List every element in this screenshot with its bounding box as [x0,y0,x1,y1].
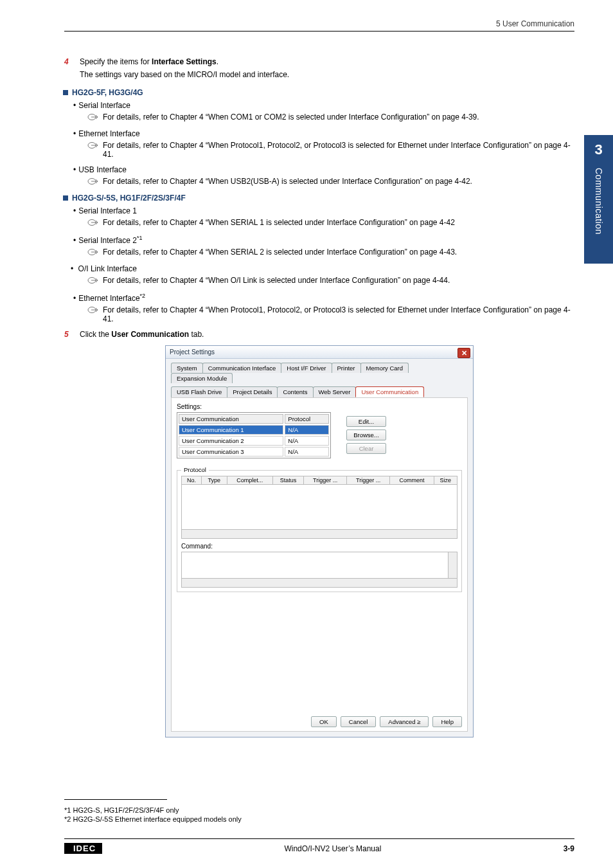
step-4: 4 Specify the items for Interface Settin… [64,57,574,66]
cancel-button[interactable]: Cancel [341,716,377,727]
command-box[interactable] [181,552,458,588]
horizontal-scrollbar[interactable] [181,530,458,539]
tabs-row-2: USB Flash Drive Project Details Contents… [166,383,473,397]
section-b-title: HG2G-S/-5S, HG1F/2F/2S/3F/4F [72,194,186,203]
hand-icon [87,141,99,151]
protocol-table[interactable]: No. Type Complet... Status Trigger ... T… [181,476,458,485]
tab-user-communication[interactable]: User Communication [355,386,424,397]
chapter-label: Communication [594,168,604,235]
edit-button[interactable]: Edit... [346,416,386,427]
table-row[interactable]: User Communication 2 N/A [179,436,329,446]
hand-icon [87,276,99,286]
hand-icon [87,177,99,187]
footnote-rule [64,799,167,800]
proto-col: Complet... [227,476,272,485]
section-a-title: HG2G-5F, HG3G/4G [72,88,143,97]
step-text-bold: User Communication [111,330,189,339]
bullet-serial-interface: •Serial Interface [73,101,574,110]
chapter-side-tab: 3 Communication [584,135,613,264]
ref-text: For details, refer to Chapter 4 “When Pr… [103,141,574,159]
footnote-1: *1 HG2G-S, HG1F/2F/2S/3F/4F only [64,806,242,814]
step-text: Specify the items for Interface Settings… [80,57,574,66]
ref-text: For details, refer to Chapter 4 “When SE… [103,218,455,227]
tab-usb-flash-drive[interactable]: USB Flash Drive [171,386,227,397]
protocol-legend: Protocol [181,466,209,473]
ref-text: For details, refer to Chapter 4 “When SE… [103,248,457,257]
bullet-label: O/I Link Interface [78,264,137,273]
hand-icon [87,219,99,228]
proto-col: Type [202,476,227,485]
advanced-button[interactable]: Advanced ≥ [380,716,429,727]
hand-icon [87,248,99,258]
settings-table[interactable]: User Communication Protocol User Communi… [177,412,331,458]
idec-logo: IDEC [64,843,102,854]
footer-center: WindO/I-NV2 User’s Manual [284,844,381,853]
project-settings-dialog: Project Settings ✕ System Communication … [165,345,474,737]
footnote-sup: *1 [137,235,143,241]
table-row[interactable]: User Communication 3 N/A [179,447,329,457]
bullet-label: Ethernet Interface [78,129,139,138]
tab-contents[interactable]: Contents [277,386,313,397]
section-bullet-icon [63,90,68,95]
proto-col: No. [182,476,202,485]
tab-memory-card[interactable]: Memory Card [360,363,409,373]
step-4-sub: The settings vary based on the MICRO/I m… [80,70,574,79]
footnote-2: *2 HG2G-S/-5S Ethernet interface equippe… [64,815,242,823]
footnotes: *1 HG2G-S, HG1F/2F/2S/3F/4F only *2 HG2G… [64,805,242,823]
tab-project-details[interactable]: Project Details [227,386,278,397]
command-label: Command: [181,543,458,550]
bullet-label: Ethernet Interface [78,294,139,303]
clear-button[interactable]: Clear [346,443,386,454]
step-text-post: . [217,57,218,66]
footer-rule [64,838,574,839]
dialog-body: Settings: User Communication Protocol Us… [171,397,468,732]
browse-button[interactable]: Browse... [346,429,386,440]
dialog-footer-buttons: OK Cancel Advanced ≥ Help [311,716,462,727]
tab-system[interactable]: System [171,363,203,373]
tab-web-server[interactable]: Web Server [313,386,357,397]
dialog-title-text: Project Settings [170,348,215,356]
step-text-post: tab. [189,330,204,339]
tab-host-if-driver[interactable]: Host I/F Driver [281,363,332,373]
bullet-label: USB Interface [78,165,127,174]
close-button[interactable]: ✕ [458,348,470,358]
bullet-usb-interface: •USB Interface [73,165,574,174]
tab-communication-interface[interactable]: Communication Interface [202,363,282,373]
table-row[interactable]: User Communication 1 N/A [179,425,329,435]
ref-text: For details, refer to Chapter 4 “When Pr… [103,305,574,323]
ref-line: For details, refer to Chapter 4 “When CO… [87,113,574,123]
bullet-serial-1: •Serial Interface 1 [73,206,574,215]
cell-uc: User Communication 1 [179,425,283,435]
ref-line: For details, refer to Chapter 4 “When O/… [87,276,574,286]
protocol-group: Protocol No. Type Complet... Status Trig… [177,470,462,592]
proto-col: Status [272,476,303,485]
dialog-screenshot: Project Settings ✕ System Communication … [165,345,474,737]
bullet-label: Serial Interface 2 [78,236,137,245]
tab-printer[interactable]: Printer [332,363,361,373]
dialog-titlebar[interactable]: Project Settings ✕ [166,346,473,359]
horizontal-scrollbar[interactable] [182,578,457,587]
bullet-serial-2: •Serial Interface 2*1 [73,235,574,245]
hand-icon [87,306,99,316]
cell-proto: N/A [285,436,329,446]
ok-button[interactable]: OK [311,716,337,727]
page-footer: IDEC WindO/I-NV2 User’s Manual 3-9 [64,838,574,854]
cell-uc: User Communication 3 [179,447,283,457]
proto-col: Trigger ... [347,476,390,485]
step-text: Click the User Communication tab. [80,330,574,339]
settings-col-proto: Protocol [285,414,329,424]
ref-line: For details, refer to Chapter 4 “When Pr… [87,141,574,159]
ref-text: For details, refer to Chapter 4 “When CO… [103,113,479,122]
settings-label: Settings: [177,403,462,410]
tab-expansion-module[interactable]: Expansion Module [171,373,233,383]
help-button[interactable]: Help [432,716,462,727]
ref-line: For details, refer to Chapter 4 “When SE… [87,248,574,258]
step-text-bold: Interface Settings [152,57,217,66]
protocol-body [181,485,458,530]
tabs-row-1: System Communication Interface Host I/F … [166,359,473,383]
ref-line: For details, refer to Chapter 4 “When US… [87,177,574,187]
vertical-scrollbar[interactable] [448,552,457,578]
ref-text: For details, refer to Chapter 4 “When O/… [103,276,450,285]
bullet-label: Serial Interface 1 [78,206,137,215]
header-section: 5 User Communication [64,19,574,31]
